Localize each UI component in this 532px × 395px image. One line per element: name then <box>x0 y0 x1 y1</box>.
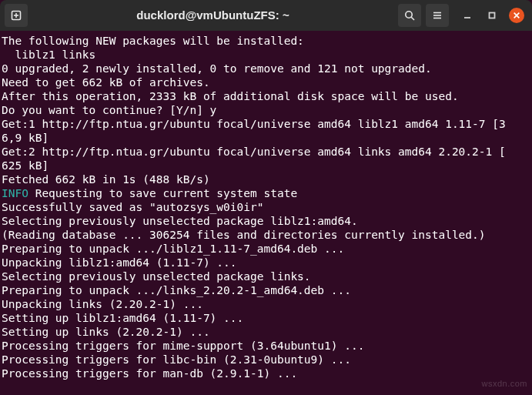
window-title: ducklord@vmUbuntuZFS: ~ <box>32 8 393 22</box>
terminal-line: Successfully saved as "autozsys_w0i0ir" <box>2 200 530 214</box>
terminal-line: Setting up links (2.20.2-1) ... <box>2 325 530 339</box>
terminal-line: Unpacking liblz1:amd64 (1.11-7) ... <box>2 256 530 269</box>
terminal-line: INFO Requesting to save current system s… <box>2 186 530 200</box>
terminal-line: Processing triggers for libc-bin (2.31-0… <box>2 353 530 367</box>
new-tab-icon <box>10 9 22 22</box>
terminal-line: (Reading database ... 306254 files and d… <box>2 228 530 242</box>
terminal-line: 0 upgraded, 2 newly installed, 0 to remo… <box>2 62 530 75</box>
terminal-line: Selecting previously unselected package … <box>2 269 530 283</box>
terminal-text: Setting up links (2.20.2-1) ... <box>2 326 210 338</box>
info-tag: INFO <box>2 187 28 199</box>
minimize-button[interactable] <box>460 8 475 23</box>
new-tab-button[interactable] <box>5 4 28 27</box>
terminal-line: Need to get 662 kB of archives. <box>2 75 530 89</box>
hamburger-menu-icon <box>431 9 443 22</box>
terminal-line: Unpacking links (2.20.2-1) ... <box>2 297 530 311</box>
terminal-text: 625 kB] <box>2 159 49 172</box>
terminal-text: (Reading database ... 306254 files and d… <box>2 229 486 241</box>
svg-point-3 <box>406 12 412 18</box>
terminal-text: Processing triggers for libc-bin (2.31-0… <box>2 353 351 366</box>
terminal-line: Get:1 http://ftp.ntua.gr/ubuntu focal/un… <box>2 117 530 131</box>
terminal-text: 6,9 kB] <box>2 132 49 144</box>
terminal-text: After this operation, 2333 kB of additio… <box>2 90 459 102</box>
terminal-line: Setting up liblz1:amd64 (1.11-7) ... <box>2 311 530 325</box>
terminal-line: 625 kB] <box>2 159 530 172</box>
terminal-output[interactable]: The following NEW packages will be insta… <box>0 31 532 383</box>
terminal-text: Get:2 http://ftp.ntua.gr/ubuntu focal/un… <box>2 146 506 158</box>
terminal-text: 0 upgraded, 2 newly installed, 0 to remo… <box>2 62 432 75</box>
svg-rect-9 <box>490 13 495 18</box>
terminal-line: Get:2 http://ftp.ntua.gr/ubuntu focal/un… <box>2 145 530 159</box>
terminal-text: Successfully saved as "autozsys_w0i0ir" <box>2 201 263 213</box>
terminal-line: Selecting previously unselected package … <box>2 214 530 228</box>
maximize-button[interactable] <box>484 8 500 23</box>
menu-button[interactable] <box>426 4 449 27</box>
titlebar: ducklord@vmUbuntuZFS: ~ <box>0 0 532 31</box>
terminal-line: Preparing to unpack .../links_2.20.2-1_a… <box>2 283 530 297</box>
close-button[interactable] <box>509 8 524 23</box>
close-icon <box>513 12 520 19</box>
watermark: wsxdn.com <box>481 377 527 390</box>
terminal-text: Fetched 662 kB in 1s (488 kB/s) <box>2 173 210 186</box>
terminal-text: Selecting previously unselected package … <box>2 270 311 283</box>
terminal-line: Processing triggers for mime-support (3.… <box>2 339 530 353</box>
terminal-text: Preparing to unpack .../liblz1_1.11-7_am… <box>2 243 344 255</box>
terminal-text: liblz1 links <box>2 49 95 61</box>
terminal-line: Processing triggers for man-db (2.9.1-1)… <box>2 367 530 380</box>
maximize-icon <box>487 11 497 20</box>
terminal-text: Get:1 http://ftp.ntua.gr/ubuntu focal/un… <box>2 118 506 130</box>
terminal-text: Selecting previously unselected package … <box>2 215 358 227</box>
window-controls <box>460 8 524 23</box>
terminal-text: Do you want to continue? [Y/n] y <box>2 104 216 116</box>
terminal-line: Preparing to unpack .../liblz1_1.11-7_am… <box>2 242 530 256</box>
terminal-line: liblz1 links <box>2 48 530 62</box>
terminal-text: Processing triggers for mime-support (3.… <box>2 340 364 352</box>
terminal-line: After this operation, 2333 kB of additio… <box>2 89 530 103</box>
terminal-text: Requesting to save current system state <box>28 187 297 199</box>
terminal-text: Processing triggers for man-db (2.9.1-1)… <box>2 367 297 380</box>
minimize-icon <box>463 11 472 20</box>
terminal-line: Do you want to continue? [Y/n] y <box>2 103 530 117</box>
terminal-line: Fetched 662 kB in 1s (488 kB/s) <box>2 172 530 186</box>
terminal-line: The following NEW packages will be insta… <box>2 34 530 48</box>
terminal-text: Setting up liblz1:amd64 (1.11-7) ... <box>2 312 243 324</box>
terminal-text: Need to get 662 kB of archives. <box>2 76 210 89</box>
terminal-text: Unpacking liblz1:amd64 (1.11-7) ... <box>2 256 237 269</box>
svg-line-4 <box>411 17 414 20</box>
terminal-text: The following NEW packages will be insta… <box>2 35 304 47</box>
terminal-text: Preparing to unpack .../links_2.20.2-1_a… <box>2 284 351 296</box>
search-button[interactable] <box>398 4 421 27</box>
terminal-line: 6,9 kB] <box>2 131 530 145</box>
search-icon <box>403 9 416 22</box>
terminal-text: Unpacking links (2.20.2-1) ... <box>2 298 203 310</box>
